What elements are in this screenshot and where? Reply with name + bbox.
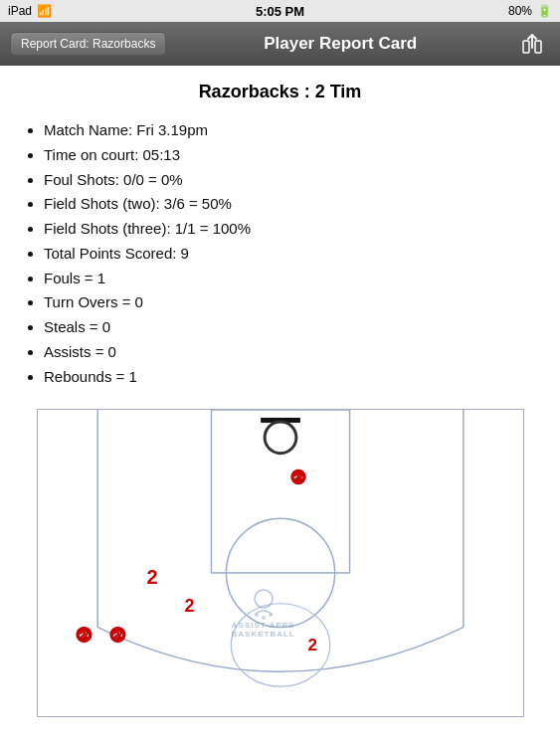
stats-item: Steals = 0	[44, 315, 540, 340]
stats-item: Assists = 0	[44, 340, 540, 365]
stats-item: Total Points Scored: 9	[44, 242, 540, 267]
stats-item: Turn Overs = 0	[44, 290, 540, 315]
stats-item: Match Name: Fri 3.19pm	[44, 118, 540, 143]
wifi-icon: 📶	[37, 4, 52, 18]
nav-title: Player Report Card	[166, 34, 514, 54]
device-label: iPad	[8, 4, 32, 18]
back-button[interactable]: Report Card: Razorbacks	[10, 32, 166, 56]
stats-item: Fouls = 1	[44, 267, 540, 291]
svg-rect-0	[523, 41, 529, 53]
svg-point-9	[269, 613, 273, 617]
svg-point-6	[265, 422, 296, 454]
stats-item: Rebounds = 1	[44, 365, 540, 390]
battery-percent: 80%	[508, 4, 532, 18]
status-left: iPad 📶	[8, 4, 52, 18]
stats-list: Match Name: Fri 3.19pmTime on court: 05:…	[20, 118, 540, 389]
status-time: 5:05 PM	[256, 4, 304, 19]
player-marker-6: 2	[308, 637, 317, 653]
stats-item: Field Shots (two): 3/6 = 50%	[44, 192, 540, 217]
player-marker-3: 2	[147, 567, 158, 587]
player-marker-4: 2	[185, 597, 195, 615]
main-content: Razorbacks : 2 Tim Match Name: Fri 3.19p…	[0, 66, 560, 746]
share-button[interactable]	[514, 26, 550, 62]
svg-point-7	[255, 590, 273, 608]
court-svg	[38, 410, 523, 716]
basketball-court: ASSIST APPS BASKETBALL ② ② 2 2 ② 2	[37, 409, 524, 717]
stats-item: Foul Shots: 0/0 = 0%	[44, 168, 540, 193]
player-marker-1: ②	[76, 627, 92, 645]
svg-point-8	[255, 613, 259, 617]
report-heading: Razorbacks : 2 Tim	[20, 82, 540, 102]
svg-rect-1	[535, 41, 541, 53]
share-icon	[521, 33, 543, 55]
watermark-line1: ASSIST APPS	[232, 621, 295, 630]
player-marker-2: ②	[109, 627, 125, 645]
stats-item: Field Shots (three): 1/1 = 100%	[44, 217, 540, 242]
watermark: ASSIST APPS BASKETBALL	[232, 589, 295, 639]
status-bar: iPad 📶 5:05 PM 80% 🔋	[0, 0, 560, 22]
status-right: 80% 🔋	[508, 4, 552, 18]
svg-point-10	[262, 616, 266, 620]
nav-bar: Report Card: Razorbacks Player Report Ca…	[0, 22, 560, 66]
stats-item: Time on court: 05:13	[44, 143, 540, 168]
player-marker-5: ②	[290, 469, 305, 486]
watermark-line2: BASKETBALL	[232, 630, 295, 639]
watermark-icon	[246, 589, 281, 621]
battery-icon: 🔋	[537, 4, 552, 18]
